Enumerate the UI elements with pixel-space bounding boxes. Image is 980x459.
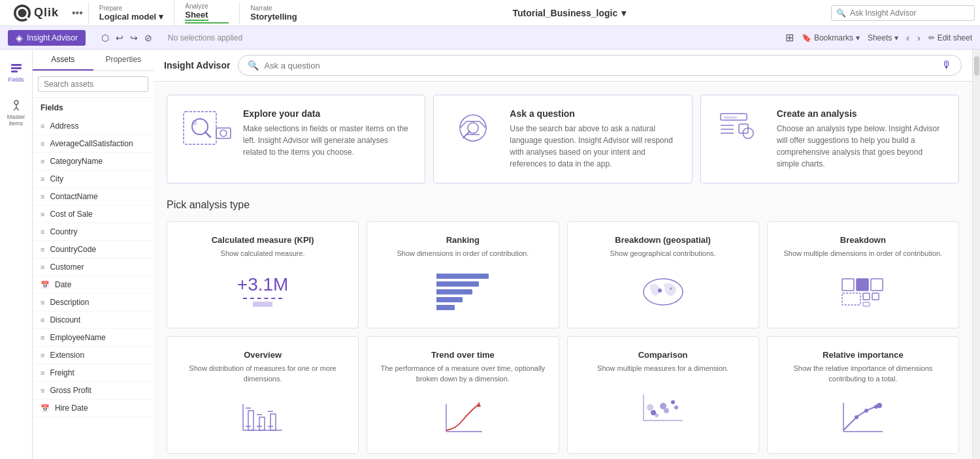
comparison-svg (637, 388, 689, 427)
properties-tab[interactable]: Properties (93, 50, 154, 71)
text-field-icon: ≡ (41, 334, 44, 341)
insight-advisor-button[interactable]: ◈ Insight Advisor (8, 30, 86, 46)
field-item[interactable]: ≡Cost of Sale (33, 206, 154, 223)
insight-advisor-icon: ◈ (16, 33, 23, 43)
redo-icon[interactable]: ↪ (130, 33, 138, 43)
next-sheet-icon[interactable]: › (917, 33, 921, 43)
assets-tab[interactable]: Assets (33, 50, 93, 71)
relative-visual (778, 394, 948, 440)
nav-prepare[interactable]: Prepare Logical model ▾ (88, 2, 174, 24)
field-item[interactable]: ≡Description (33, 294, 154, 311)
prev-sheet-icon[interactable]: ‹ (906, 33, 909, 43)
relative-desc: Show the relative importance of dimensio… (778, 364, 948, 384)
clear-selections-icon[interactable]: ⊘ (144, 33, 152, 43)
field-item[interactable]: ≡Discount (33, 311, 154, 329)
nav-narrate[interactable]: Narrate Storytelling (239, 2, 308, 24)
explore-card-text: Explore your data Make selections in fie… (243, 108, 412, 158)
ranking-title: Ranking (378, 235, 547, 245)
ranking-bar-5 (436, 305, 455, 310)
text-field-icon: ≡ (41, 140, 44, 148)
app-title: Tutorial_Business_logic ▾ (512, 8, 626, 18)
field-item-name: Discount (50, 315, 80, 324)
panel-tabs: Assets Properties (33, 50, 154, 71)
field-item[interactable]: ≡CategoryName (33, 153, 154, 170)
svg-rect-37 (842, 293, 860, 305)
nav-analyze-value: Sheet (185, 10, 229, 21)
analysis-comparison[interactable]: Comparison Show multiple measures for a … (567, 336, 759, 454)
analysis-breakdown[interactable]: Breakdown Show multiple dimensions in or… (767, 221, 959, 328)
svg-point-31 (644, 279, 683, 305)
selection-back-icon[interactable]: ⬡ (101, 33, 109, 43)
field-item[interactable]: 📅Hire Date (33, 400, 154, 417)
analysis-ranking[interactable]: Ranking Show dimensions in order of cont… (367, 221, 559, 328)
nav-narrate-value: Storytelling (250, 12, 297, 22)
comparison-desc: Show multiple measures for a dimension. (578, 364, 748, 373)
grid-view-icon[interactable]: ⊞ (785, 31, 794, 44)
field-item[interactable]: ≡Customer (33, 259, 154, 276)
field-item[interactable]: ≡EmployeeName (33, 329, 154, 347)
field-item-name: Country (50, 227, 77, 236)
analysis-geo[interactable]: Breakdown (geospatial) Show geographical… (567, 221, 759, 328)
app-title-dropdown-icon[interactable]: ▾ (621, 8, 626, 18)
analysis-trend[interactable]: Trend over time The performance of a mea… (367, 336, 559, 454)
date-field-icon: 📅 (41, 281, 50, 289)
text-field-icon: ≡ (41, 387, 44, 394)
field-item[interactable]: ≡Freight (33, 364, 154, 382)
edit-sheet-button[interactable]: ✏ Edit sheet (928, 33, 972, 42)
nav-narrate-label: Narrate (250, 5, 297, 12)
bookmarks-button[interactable]: 🔖 Bookmarks ▾ (802, 33, 860, 42)
svg-rect-35 (857, 279, 868, 291)
fields-list: ≡Address≡AverageCallSatisfaction≡Categor… (33, 118, 154, 451)
kpi-title: Calculated measure (KPI) (178, 235, 348, 245)
svg-rect-40 (863, 302, 870, 306)
fields-nav-item[interactable]: Fields (0, 55, 33, 89)
mic-icon[interactable]: 🎙 (941, 59, 952, 71)
field-item[interactable]: ≡CountryCode (33, 241, 154, 259)
trend-title: Trend over time (378, 350, 547, 360)
fields-header: Fields (33, 98, 154, 118)
nav-dots[interactable]: ••• (67, 7, 88, 19)
ranking-bar-3 (436, 289, 472, 294)
ranking-bars (436, 274, 489, 310)
svg-point-59 (664, 408, 669, 413)
field-item-name: CountryCode (50, 245, 96, 254)
search-assets-input[interactable] (38, 76, 148, 92)
field-item[interactable]: ≡Country (33, 223, 154, 241)
geo-map-svg (637, 272, 689, 311)
master-items-nav-item[interactable]: Master items (0, 92, 33, 133)
field-item[interactable]: ≡ContactName (33, 188, 154, 206)
breakdown-title: Breakdown (778, 235, 948, 245)
ask-question-input[interactable] (264, 61, 936, 71)
field-item[interactable]: ≡City (33, 170, 154, 188)
toolbar: ◈ Insight Advisor ⬡ ↩ ↪ ⊘ No selections … (0, 26, 980, 50)
field-item-name: Cost of Sale (50, 210, 92, 219)
side-nav: Fields Master items (0, 50, 33, 459)
sheets-button[interactable]: Sheets ▾ (868, 33, 898, 42)
scrollbar-thumb[interactable] (974, 56, 979, 76)
svg-line-2 (26, 17, 30, 21)
field-item[interactable]: ≡Gross Profit (33, 382, 154, 400)
create-icon (714, 108, 766, 148)
explore-title: Explore your data (243, 108, 412, 119)
field-item[interactable]: 📅Date (33, 276, 154, 294)
analysis-overview[interactable]: Overview Show distribution of measures f… (167, 336, 359, 454)
create-desc: Choose an analysis type below. Insight A… (777, 123, 945, 170)
right-scrollbar[interactable] (972, 50, 980, 459)
field-item-name: Address (50, 121, 78, 131)
analysis-kpi[interactable]: Calculated measure (KPI) Show calculated… (167, 221, 359, 328)
svg-point-6 (14, 101, 18, 104)
field-item[interactable]: ≡AverageCallSatisfaction (33, 135, 154, 153)
undo-icon[interactable]: ↩ (116, 33, 123, 43)
field-item[interactable]: ≡Address (33, 118, 154, 135)
nav-analyze[interactable]: Analyze Sheet (174, 0, 239, 26)
no-selections-text: No selections applied (168, 33, 242, 42)
analysis-relative[interactable]: Relative importance Show the relative im… (767, 336, 959, 454)
kpi-value: +3.1M (237, 274, 289, 295)
search-advisor-input[interactable] (831, 5, 975, 21)
field-item-name: Gross Profit (50, 386, 91, 395)
field-item[interactable]: ≡Extension (33, 347, 154, 364)
text-field-icon: ≡ (41, 193, 44, 200)
text-field-icon: ≡ (41, 298, 44, 306)
svg-rect-43 (248, 411, 253, 430)
svg-point-60 (647, 404, 653, 411)
